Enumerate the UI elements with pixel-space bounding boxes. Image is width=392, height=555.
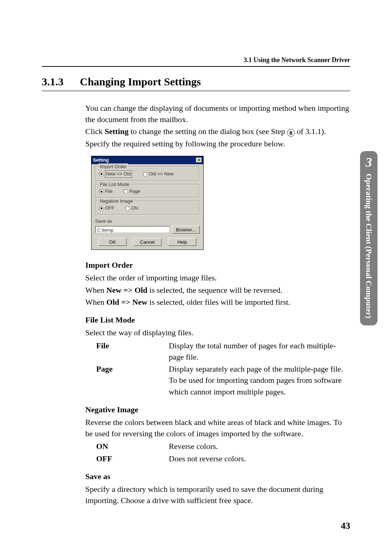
save-as-label: Save as <box>95 218 200 224</box>
radio-off[interactable]: OFF <box>99 205 114 211</box>
close-icon[interactable]: × <box>196 158 202 163</box>
list-item: Page Display separately each page of the… <box>96 363 350 397</box>
intro-p2: Click Setting to change the setting on t… <box>85 126 350 137</box>
setting-dialog: Setting × Import Order New => Old Old =>… <box>91 156 204 250</box>
radio-page[interactable]: Page <box>123 188 140 195</box>
file-list-mode-p: Select the way of displaying files. <box>85 327 350 338</box>
list-item: ON Reverse colors. <box>96 441 350 452</box>
page-number: 43 <box>341 520 350 531</box>
radio-new-old[interactable]: New => Old <box>99 170 132 178</box>
negative-image-p: Reverse the colors between black and whi… <box>85 417 350 439</box>
negative-image-heading: Negative Image <box>85 404 350 415</box>
import-order-p3: When Old => New is selected, older files… <box>85 296 350 308</box>
group-file-list-mode: File List Mode File Page <box>95 184 200 198</box>
side-tab: 3 Operating the Client (Personal Compute… <box>360 151 377 325</box>
side-tab-number: 3 <box>360 155 377 170</box>
radio-on[interactable]: ON <box>125 205 138 211</box>
browse-button[interactable]: Browse... <box>172 226 200 234</box>
section-heading: 3.1.3 Changing Import Settings <box>42 76 350 92</box>
section-title-text: Changing Import Settings <box>80 76 201 88</box>
import-order-heading: Import Order <box>85 259 350 271</box>
radio-file[interactable]: File <box>99 188 113 195</box>
save-as-p: Specify a directory which is temporarily… <box>85 483 350 506</box>
step-circle-8: 8 <box>287 129 295 137</box>
side-tab-label: Operating the Client (Personal Computer) <box>364 174 373 318</box>
ok-button[interactable]: OK <box>98 238 127 246</box>
page-header: 3.1 Using the Network Scanner Driver <box>42 56 350 67</box>
group-import-order: Import Order New => Old Old => New <box>95 166 200 181</box>
dialog-title: Setting <box>93 157 109 163</box>
section-number: 3.1.3 <box>42 76 64 88</box>
intro-p1: You can change the displaying of documen… <box>85 102 350 125</box>
save-as-input[interactable]: C:\temp <box>95 226 170 233</box>
intro-p3: Specify the required setting by followin… <box>85 138 350 149</box>
dialog-titlebar: Setting × <box>91 156 203 164</box>
list-item: File Display the total number of pages f… <box>96 340 350 362</box>
cancel-button[interactable]: Cancel <box>133 238 162 246</box>
radio-old-new[interactable]: Old => New <box>143 171 174 177</box>
file-list-mode-heading: File List Mode <box>85 314 350 325</box>
import-order-p1: Select the order of importing image file… <box>85 272 350 283</box>
save-as-heading: Save as <box>85 471 350 482</box>
group-negative-image: Negative Image OFF ON <box>95 201 200 215</box>
import-order-p2: When New => Old is selected, the sequenc… <box>85 284 350 296</box>
help-button[interactable]: Help <box>168 238 196 246</box>
list-item: OFF Does not reverse colors. <box>96 453 350 464</box>
